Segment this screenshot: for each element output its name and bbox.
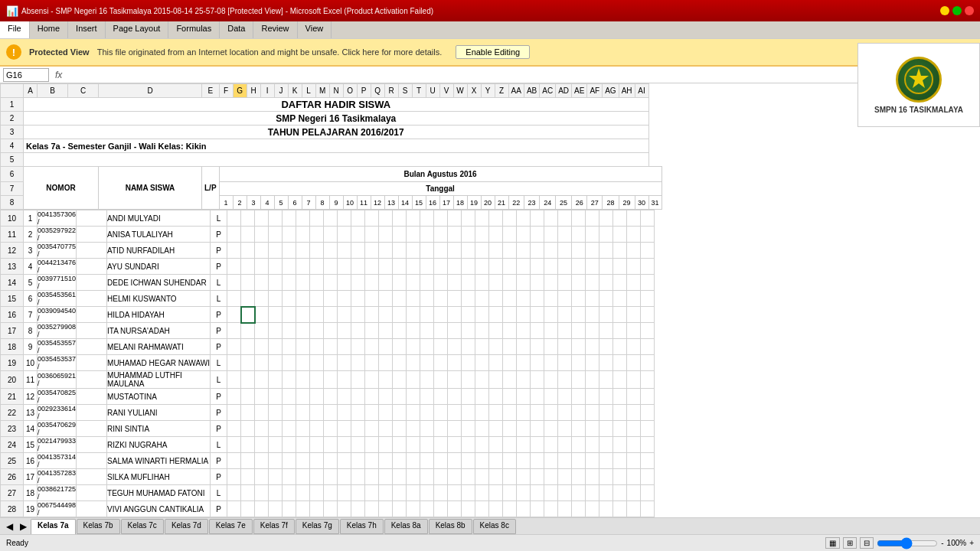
attendance-cell-10-d16[interactable]	[434, 355, 448, 371]
attendance-cell-19-d15[interactable]	[420, 501, 434, 517]
attendance-cell-13-d12[interactable]	[379, 405, 393, 421]
attendance-cell-7-d28[interactable]	[599, 307, 613, 323]
sheet-tab-kelas7h[interactable]: Kelas 7h	[340, 519, 384, 534]
attendance-cell-12-d30[interactable]	[627, 389, 641, 405]
attendance-cell-12-d13[interactable]	[393, 389, 407, 405]
attendance-cell-15-d17[interactable]	[448, 437, 462, 453]
tab-home[interactable]: Home	[30, 21, 68, 38]
attendance-cell-19-d31[interactable]	[641, 501, 655, 517]
col-header-AA[interactable]: AA	[508, 84, 524, 98]
attendance-cell-13-d20[interactable]	[489, 405, 503, 421]
attendance-cell-9-d29[interactable]	[613, 339, 627, 355]
attendance-cell-7-d4[interactable]	[269, 307, 283, 323]
attendance-cell-18-d6[interactable]	[296, 485, 310, 501]
attendance-cell-5-d15[interactable]	[420, 275, 434, 291]
attendance-cell-3-d22[interactable]	[517, 243, 531, 259]
attendance-cell-13-d18[interactable]	[462, 405, 475, 421]
attendance-cell-6-d31[interactable]	[641, 291, 655, 307]
attendance-cell-1-d5[interactable]	[283, 210, 296, 227]
attendance-cell-16-d15[interactable]	[420, 453, 434, 469]
attendance-cell-11-d12[interactable]	[379, 371, 393, 389]
attendance-cell-1-d11[interactable]	[365, 210, 379, 227]
attendance-cell-17-d8[interactable]	[324, 469, 338, 485]
attendance-cell-13-d11[interactable]	[365, 405, 379, 421]
attendance-cell-16-d25[interactable]	[558, 453, 572, 469]
attendance-cell-1-d12[interactable]	[379, 210, 393, 227]
attendance-cell-18-d18[interactable]	[462, 485, 475, 501]
attendance-cell-4-d17[interactable]	[448, 259, 462, 275]
attendance-cell-11-d5[interactable]	[283, 371, 296, 389]
attendance-cell-1-d7[interactable]	[310, 210, 324, 227]
attendance-cell-7-d29[interactable]	[613, 307, 627, 323]
attendance-cell-3-d14[interactable]	[407, 243, 420, 259]
tab-insert[interactable]: Insert	[68, 21, 106, 38]
attendance-cell-7-d8[interactable]	[324, 307, 338, 323]
view-normal-icon[interactable]: ▦	[825, 537, 840, 549]
attendance-cell-8-d7[interactable]	[310, 323, 324, 339]
attendance-cell-4-d19[interactable]	[475, 259, 489, 275]
col-header-AC[interactable]: AC	[540, 84, 556, 98]
attendance-cell-11-d7[interactable]	[310, 371, 324, 389]
attendance-cell-12-d23[interactable]	[531, 389, 544, 405]
attendance-cell-19-d10[interactable]	[351, 501, 365, 517]
attendance-cell-11-d10[interactable]	[351, 371, 365, 389]
attendance-cell-17-d5[interactable]	[283, 469, 296, 485]
attendance-cell-14-d8[interactable]	[324, 421, 338, 437]
col-header-E[interactable]: E	[202, 84, 220, 98]
attendance-cell-2-d23[interactable]	[531, 227, 544, 243]
attendance-cell-6-d2[interactable]	[241, 291, 255, 307]
sheet-tab-kelas7a[interactable]: Kelas 7a	[31, 519, 76, 534]
attendance-cell-11-d13[interactable]	[393, 371, 407, 389]
attendance-cell-13-d9[interactable]	[338, 405, 351, 421]
attendance-cell-8-d18[interactable]	[462, 323, 475, 339]
attendance-cell-16-d1[interactable]	[227, 453, 241, 469]
attendance-cell-9-d8[interactable]	[324, 339, 338, 355]
attendance-cell-10-d6[interactable]	[296, 355, 310, 371]
attendance-cell-13-d28[interactable]	[599, 405, 613, 421]
attendance-cell-19-d5[interactable]	[283, 501, 296, 517]
attendance-cell-18-d31[interactable]	[641, 485, 655, 501]
attendance-cell-3-d24[interactable]	[544, 243, 558, 259]
col-header-AH[interactable]: AH	[619, 84, 635, 98]
attendance-cell-15-d30[interactable]	[627, 437, 641, 453]
attendance-cell-19-d16[interactable]	[434, 501, 448, 517]
col-header-J[interactable]: J	[274, 84, 288, 98]
attendance-cell-10-d30[interactable]	[627, 355, 641, 371]
col-header-B[interactable]: B	[38, 84, 68, 98]
attendance-cell-9-d6[interactable]	[296, 339, 310, 355]
col-header-H[interactable]: H	[247, 84, 260, 98]
attendance-cell-12-d26[interactable]	[572, 389, 586, 405]
attendance-cell-19-d22[interactable]	[517, 501, 531, 517]
attendance-cell-16-d18[interactable]	[462, 453, 475, 469]
attendance-cell-3-d15[interactable]	[420, 243, 434, 259]
attendance-cell-9-d10[interactable]	[351, 339, 365, 355]
attendance-cell-17-d20[interactable]	[489, 469, 503, 485]
attendance-cell-1-d25[interactable]	[558, 210, 572, 227]
attendance-cell-19-d26[interactable]	[572, 501, 586, 517]
cell-title3[interactable]: TAHUN PELAJARAN 2016/2017	[24, 126, 649, 139]
attendance-cell-9-d17[interactable]	[448, 339, 462, 355]
attendance-cell-2-d25[interactable]	[558, 227, 572, 243]
attendance-cell-9-d24[interactable]	[544, 339, 558, 355]
attendance-cell-19-d11[interactable]	[365, 501, 379, 517]
attendance-cell-3-d28[interactable]	[599, 243, 613, 259]
attendance-cell-2-d8[interactable]	[324, 227, 338, 243]
col-header-C[interactable]: C	[68, 84, 99, 98]
attendance-cell-14-d3[interactable]	[255, 421, 269, 437]
attendance-cell-14-d1[interactable]	[227, 421, 241, 437]
col-header-V[interactable]: V	[439, 84, 453, 98]
attendance-cell-15-d24[interactable]	[544, 437, 558, 453]
attendance-cell-16-d14[interactable]	[407, 453, 420, 469]
attendance-cell-6-d1[interactable]	[227, 291, 241, 307]
attendance-cell-11-d23[interactable]	[531, 371, 544, 389]
attendance-cell-13-d22[interactable]	[517, 405, 531, 421]
attendance-cell-17-d17[interactable]	[448, 469, 462, 485]
attendance-cell-18-d4[interactable]	[269, 485, 283, 501]
attendance-cell-5-d23[interactable]	[531, 275, 544, 291]
attendance-cell-1-d24[interactable]	[544, 210, 558, 227]
attendance-cell-14-d17[interactable]	[448, 421, 462, 437]
attendance-cell-8-d10[interactable]	[351, 323, 365, 339]
attendance-cell-3-d10[interactable]	[351, 243, 365, 259]
attendance-cell-13-d3[interactable]	[255, 405, 269, 421]
col-header-AI[interactable]: AI	[635, 84, 648, 98]
